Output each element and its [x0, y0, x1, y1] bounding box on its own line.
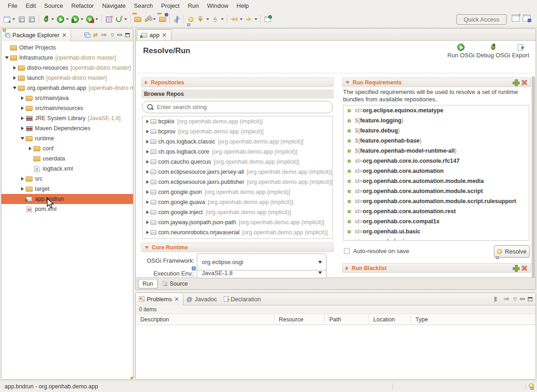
add-blacklist-icon[interactable] [513, 265, 519, 271]
tree-item-logback-xml[interactable]: logback.xml [1, 164, 133, 174]
java-perspective-icon[interactable] [523, 15, 531, 22]
dropdown-caret-icon[interactable] [51, 18, 54, 20]
search-flashlight-button[interactable] [143, 14, 153, 24]
filter-icon[interactable] [493, 296, 500, 302]
column-header-resource[interactable]: Resource [274, 314, 325, 325]
dropdown-caret-icon[interactable] [95, 18, 98, 20]
tree-item-src-main-resources[interactable]: src/main/resources [1, 103, 133, 113]
editor-tab-app[interactable]: app ✕ [137, 29, 172, 40]
requirement-item-feature-openhab-model-runtime-all[interactable]: ${feature.openhab-model-runtime-all} [343, 146, 529, 156]
tree-item-app-bndrun[interactable]: app.bndrun [1, 194, 133, 204]
dropdown-caret-icon[interactable] [81, 18, 83, 20]
editor-scrollbar[interactable] [531, 76, 535, 289]
resolve-button[interactable]: Resolve [494, 245, 530, 258]
maximize-icon[interactable] [528, 297, 532, 301]
tree-item-userdata[interactable]: userdata [1, 154, 133, 164]
tab-declaration[interactable]: Declaration [221, 293, 265, 305]
last-edit-location-button[interactable] [263, 14, 273, 24]
remove-blacklist-icon[interactable] [521, 265, 527, 271]
dropdown-caret-icon[interactable] [221, 18, 224, 20]
export-button[interactable]: Export [511, 43, 530, 59]
status-lightbulb-icon[interactable] [529, 383, 534, 388]
expander-icon[interactable] [145, 180, 150, 184]
requirement-item-org-openhab-core-automation-module-script-rulesupport[interactable]: id=org.openhab.core.automation.module.sc… [343, 196, 529, 206]
expander-icon[interactable] [12, 87, 17, 89]
menu-search[interactable]: Search [130, 1, 157, 11]
tree-item-launch[interactable]: launch[openhab-distro master] [1, 73, 133, 83]
section-run-requirements[interactable]: Run Requirements [342, 77, 531, 87]
toggle-occurrences-button[interactable] [172, 14, 182, 24]
tab-source[interactable]: Source [159, 279, 192, 288]
expander-icon[interactable] [145, 190, 150, 194]
tree-item-maven-dependencies[interactable]: Maven Dependencies [1, 123, 133, 133]
save-button[interactable] [17, 14, 27, 24]
expander-icon[interactable] [145, 200, 150, 204]
dropdown-caret-icon[interactable] [153, 18, 156, 20]
package-explorer-tab[interactable]: Package Explorer ✕ [1, 29, 71, 41]
requirement-item-feature-openhab-base[interactable]: ${feature.openhab-base} [343, 136, 529, 146]
debug-button[interactable] [41, 14, 51, 24]
dropdown-caret-icon[interactable] [66, 18, 69, 20]
expander-icon[interactable] [145, 150, 150, 154]
column-header-description[interactable]: Description [136, 314, 274, 325]
expander-icon[interactable] [145, 130, 150, 133]
menu-navigate[interactable]: Navigate [98, 1, 130, 11]
expander-icon[interactable] [20, 106, 25, 110]
menu-window[interactable]: Window [203, 1, 233, 11]
run-osgi-button[interactable]: Run OSGi [446, 43, 475, 59]
repo-item-ch-qos-logback-classic[interactable]: ch.qos.logback.classic[org.openhab.demo.… [143, 137, 332, 147]
requirement-item-feature-logging[interactable]: ${feature.logging} [343, 116, 529, 126]
run-button[interactable] [55, 14, 66, 24]
tree-item-infrastructure[interactable]: Infrastructure[openhab-distro master] [1, 53, 133, 63]
tree-item-src-main-java[interactable]: src/main/java [1, 93, 133, 103]
prev-annotation-button[interactable] [210, 14, 221, 24]
new-plugin-project-button[interactable] [104, 14, 114, 24]
back-button[interactable] [229, 14, 239, 24]
minimize-icon[interactable] [117, 34, 122, 36]
remove-requirement-icon[interactable] [521, 79, 527, 85]
expander-icon[interactable] [20, 177, 25, 181]
expander-icon[interactable] [20, 137, 25, 140]
repo-item-bcpkix[interactable]: bcpkix[org.openhab.demo.app (implicit)] [143, 116, 332, 127]
section-run-blacklist[interactable]: Run Blacklist [342, 263, 531, 273]
next-annotation-button[interactable] [196, 14, 206, 24]
update-site-button[interactable] [114, 14, 124, 24]
tree-item-pom-xml[interactable]: pom.xml [1, 204, 133, 214]
view-menu-icon[interactable]: ▽ [513, 297, 517, 302]
repo-item-com-google-guava[interactable]: com.google.guava[org.openhab.demo.app (i… [143, 197, 332, 207]
tree-item-runtime[interactable]: runtime [1, 133, 133, 144]
expander-icon[interactable] [12, 66, 17, 70]
task-lightbulb-button[interactable] [186, 14, 196, 24]
repo-item-com-caucho-quercus[interactable]: com.caucho.quercus[org.openhab.demo.app … [143, 157, 332, 167]
requirement-item-org-openhab-ui-paper[interactable]: id=org.openhab.ui.paper [343, 237, 529, 241]
requirement-item-org-openhab-core-automation-rest[interactable]: id=org.openhab.core.automation.rest [343, 206, 529, 216]
repo-item-bcprov[interactable]: bcprov[org.openhab.demo.app (implicit)] [143, 127, 332, 137]
profile-button[interactable] [85, 14, 95, 24]
requirement-item-feature-debug[interactable]: ${feature.debug} [343, 126, 529, 136]
requirement-item-org-openhab-core-automation-module-script[interactable]: id=org.openhab.core.automation.module.sc… [343, 186, 529, 196]
expander-icon[interactable] [20, 187, 25, 191]
expander-icon[interactable] [4, 56, 10, 59]
focus-on-active-task-icon[interactable] [504, 297, 510, 301]
search-input[interactable] [157, 104, 328, 110]
expander-icon[interactable] [20, 116, 25, 120]
menu-project[interactable]: Project [157, 1, 183, 11]
dropdown-caret-icon[interactable] [206, 18, 209, 20]
expander-icon[interactable] [145, 120, 150, 123]
requirement-item-org-openhab-core-io-console-rfc147[interactable]: id=org.openhab.core.io.console.rfc147 [343, 156, 529, 166]
section-repositories[interactable]: Repositories [141, 77, 334, 87]
maximize-icon[interactable] [125, 33, 130, 37]
close-icon[interactable]: ✕ [174, 296, 179, 302]
dropdown-caret-icon[interactable] [240, 18, 243, 20]
expander-icon[interactable] [145, 170, 150, 174]
repo-item-com-jayway-jsonpath-json-path[interactable]: com.jayway.jsonpath.json-path[org.openha… [143, 217, 332, 227]
column-header-path[interactable]: Path [325, 314, 369, 325]
expander-icon[interactable] [145, 140, 150, 144]
dropdown-caret-icon[interactable] [12, 18, 15, 20]
close-icon[interactable]: ✕ [162, 32, 167, 38]
view-menu-icon[interactable]: ▽ [111, 33, 114, 38]
requirement-item-org-openhab-core-automation-module-media[interactable]: id=org.openhab.core.automation.module.me… [343, 176, 529, 186]
expander-icon[interactable] [12, 76, 17, 80]
tree-item-src[interactable]: src [1, 174, 133, 184]
section-core-runtime[interactable]: Core Runtime [141, 243, 334, 252]
